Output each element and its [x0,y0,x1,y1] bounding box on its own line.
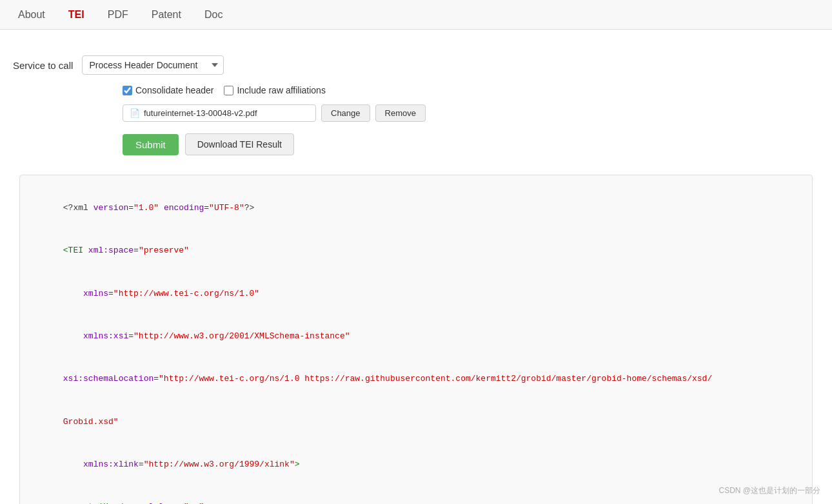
change-button[interactable]: Change [321,104,370,122]
nav-tei[interactable]: TEI [57,0,96,29]
service-select[interactable]: Process Header DocumentProcess Full Docu… [82,55,224,75]
nav-pdf[interactable]: PDF [96,0,140,29]
file-display: 📄 futureinternet-13-00048-v2.pdf [123,104,316,122]
file-icon: 📄 [130,108,140,118]
xml-line-6: xmlns:xlink="http://www.w3.org/1999/xlin… [33,443,799,486]
nav-bar: About TEI PDF Patent Doc [0,0,832,30]
xml-line-5: xsi:schemaLocation="http://www.tei-c.org… [33,358,799,400]
xml-line-4: xmlns:xsi="http://www.w3.org/2001/XMLSch… [33,315,799,358]
consolidate-text: Consolidate header [135,85,213,95]
xml-line-7: <teiHeader xml:lang="en"> [33,486,799,504]
service-label: Service to call [13,60,73,71]
nav-patent[interactable]: Patent [140,0,193,29]
nav-about[interactable]: About [6,0,57,29]
xml-line-2: <TEI xml:space="preserve" [33,229,799,272]
raw-affiliations-checkbox[interactable] [224,86,233,95]
service-row: Service to call Process Header DocumentP… [13,55,819,75]
file-row: 📄 futureinternet-13-00048-v2.pdf Change … [123,104,819,122]
submit-button[interactable]: Submit [123,134,179,155]
xml-line-5b: Grobid.xsd" [33,400,799,443]
file-name: futureinternet-13-00048-v2.pdf [144,108,257,118]
xml-line-3: xmlns="http://www.tei-c.org/ns/1.0" [33,273,799,315]
consolidate-checkbox[interactable] [123,86,132,95]
raw-affiliations-label[interactable]: Include raw affiliations [224,85,325,95]
xml-result-box: <?xml version="1.0" encoding="UTF-8"?> <… [19,175,813,504]
nav-doc[interactable]: Doc [193,0,234,29]
options-row: Consolidate header Include raw affiliati… [123,85,819,95]
xml-line-1: <?xml version="1.0" encoding="UTF-8"?> [33,187,799,229]
raw-affiliations-text: Include raw affiliations [237,85,325,95]
consolidate-label[interactable]: Consolidate header [123,85,213,95]
watermark: CSDN @这也是计划的一部分 [718,485,820,496]
main-content: Service to call Process Header DocumentP… [0,30,832,504]
remove-button[interactable]: Remove [375,104,426,122]
download-button[interactable]: Download TEI Result [185,133,294,155]
action-row: Submit Download TEI Result [123,133,819,155]
